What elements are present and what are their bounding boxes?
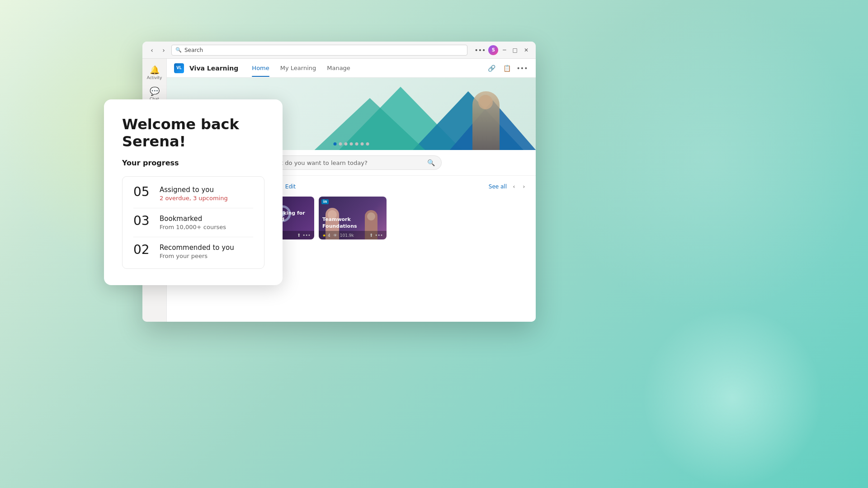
more-icon-3[interactable]: ••• — [375, 233, 383, 238]
dot-2[interactable] — [339, 142, 342, 145]
next-arrow[interactable]: › — [519, 182, 528, 191]
close-btn[interactable]: ✕ — [522, 47, 530, 53]
carousel-dots — [334, 142, 369, 145]
card-actions-3: ⬆ ••• — [369, 233, 383, 238]
bookmarked-info: Bookmarked From 10,000+ courses — [160, 215, 226, 230]
recommended-info: Recommended to you From your peers — [160, 244, 234, 259]
bg-blob-bottom-right — [642, 307, 823, 488]
progress-item-recommended: 02 Recommended to you From your peers — [133, 237, 253, 259]
assigned-label: Assigned to you — [160, 186, 228, 194]
nav-my-learning[interactable]: My Learning — [276, 63, 321, 73]
browser-titlebar: ‹ › 🔍 Search ••• S ─ □ ✕ — [142, 42, 536, 59]
back-button[interactable]: ‹ — [148, 46, 156, 54]
app-header: VL Viva Learning Home My Learning Manage… — [167, 59, 536, 78]
card-actions-2: ⬆ ••• — [297, 233, 311, 238]
address-bar-text: Search — [184, 47, 203, 53]
activity-icon: 🔔 — [150, 65, 160, 75]
app-nav: Home My Learning Manage — [247, 63, 355, 73]
card-views-count-3: 101.9k — [340, 233, 354, 238]
assigned-number: 05 — [133, 186, 151, 198]
dot-4[interactable] — [350, 142, 353, 145]
more-options-btn[interactable]: ••• — [475, 47, 486, 54]
chat-icon: 💬 — [150, 86, 160, 96]
prev-arrow[interactable]: ‹ — [509, 182, 519, 191]
bg-blob-right — [552, 0, 868, 316]
welcome-title: Welcome back Serena! — [122, 116, 264, 150]
minimize-btn[interactable]: ─ — [501, 47, 508, 53]
app-logo: VL — [174, 63, 184, 73]
share-button[interactable]: 🔗 — [485, 62, 498, 75]
more-button[interactable]: ••• — [516, 62, 528, 75]
forward-button[interactable]: › — [160, 46, 168, 54]
dot-5[interactable] — [355, 142, 359, 145]
clipboard-button[interactable]: 📋 — [500, 62, 513, 75]
dot-1[interactable] — [334, 142, 337, 145]
welcome-panel: Welcome back Serena! Your progress 05 As… — [104, 99, 283, 285]
progress-item-assigned: 05 Assigned to you 2 overdue, 3 upcoming — [133, 186, 253, 208]
activity-label: Activity — [147, 75, 162, 80]
more-icon-2[interactable]: ••• — [302, 233, 311, 238]
app-logo-text: VL — [176, 66, 181, 70]
card-title-3: Teamwork Foundations — [319, 214, 387, 231]
section-actions: See all ‹ › — [489, 182, 528, 191]
card-rating-3: 4 — [328, 233, 330, 238]
card-footer-3: ★ 4 👁 101.9k ⬆ ••• — [319, 231, 387, 239]
user-avatar[interactable]: S — [488, 45, 498, 55]
nav-manage[interactable]: Manage — [322, 63, 355, 73]
hero-image — [278, 78, 536, 150]
recommended-number: 02 — [133, 244, 151, 256]
dot-7[interactable] — [366, 142, 369, 145]
browser-actions: ••• S ─ □ ✕ — [475, 45, 530, 55]
edit-link[interactable]: Edit — [285, 183, 296, 190]
see-all-link[interactable]: See all — [489, 183, 507, 190]
progress-item-bookmarked: 03 Bookmarked From 10,000+ courses — [133, 208, 253, 237]
share-icon-3[interactable]: ⬆ — [369, 233, 373, 238]
address-bar[interactable]: 🔍 Search — [171, 45, 467, 56]
maximize-btn[interactable]: □ — [511, 47, 519, 53]
share-icon-2[interactable]: ⬆ — [297, 233, 301, 238]
search-placeholder: What do you want to learn today? — [268, 160, 424, 166]
recommended-label: Recommended to you — [160, 244, 234, 252]
progress-card: 05 Assigned to you 2 overdue, 3 upcoming… — [122, 176, 264, 269]
bookmarked-sublabel: From 10,000+ courses — [160, 224, 226, 230]
person-head — [478, 95, 493, 109]
card-teamwork-foundations[interactable]: in Teamwork Foundations ★ 4 👁 101.9k ⬆ •… — [319, 197, 387, 239]
bookmarked-number: 03 — [133, 215, 151, 227]
bookmarked-label: Bookmarked — [160, 215, 226, 223]
card-badge-3: in — [321, 199, 329, 204]
assigned-info: Assigned to you 2 overdue, 3 upcoming — [160, 186, 228, 202]
nav-home[interactable]: Home — [247, 63, 274, 73]
card-views-3: 👁 — [333, 233, 337, 238]
dot-3[interactable] — [344, 142, 348, 145]
progress-title: Your progress — [122, 159, 264, 167]
search-icon[interactable]: 🔍 — [427, 159, 435, 166]
dot-6[interactable] — [361, 142, 364, 145]
recommended-sublabel: From your peers — [160, 253, 234, 259]
search-wrapper[interactable]: What do you want to learn today? 🔍 — [261, 155, 442, 170]
sidebar-item-activity[interactable]: 🔔 Activity — [145, 62, 165, 83]
assigned-sublabel: 2 overdue, 3 upcoming — [160, 195, 228, 202]
app-header-actions: 🔗 📋 ••• — [485, 62, 528, 75]
star-icon-3: ★ — [322, 233, 326, 238]
address-search-icon: 🔍 — [175, 47, 182, 53]
nav-arrows: ‹ › — [509, 182, 528, 191]
app-name: Viva Learning — [189, 65, 238, 72]
